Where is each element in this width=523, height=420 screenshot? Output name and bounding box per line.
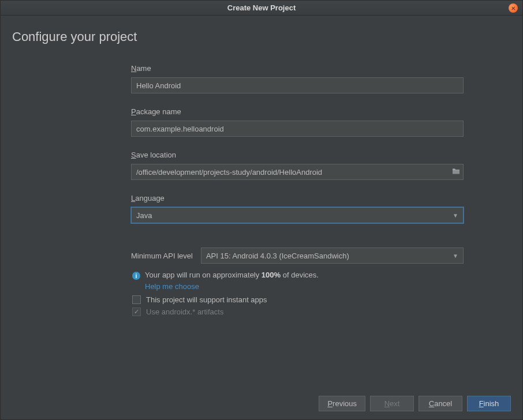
location-label: Save location: [131, 151, 464, 159]
next-button: Next: [370, 396, 414, 411]
page-title: Configure your project: [12, 29, 511, 44]
package-input[interactable]: [131, 121, 464, 137]
api-select[interactable]: API 15: Android 4.0.3 (IceCreamSandwich)…: [201, 247, 464, 264]
dialog-window: Create New Project ✕ Configure your proj…: [0, 0, 523, 420]
field-location: Save location: [131, 151, 464, 180]
instant-apps-checkbox[interactable]: [132, 295, 141, 304]
api-row: Minimum API level API 15: Android 4.0.3 …: [131, 247, 464, 264]
api-label: Minimum API level: [131, 252, 193, 260]
androidx-label: Use androidx.* artifacts: [146, 308, 223, 316]
device-info-text: Your app will run on approximately 100% …: [145, 271, 319, 279]
close-icon: ✕: [511, 5, 515, 12]
instant-apps-row: This project will support instant apps: [131, 295, 464, 304]
close-button[interactable]: ✕: [509, 3, 518, 13]
help-me-choose-link[interactable]: Help me choose: [145, 282, 199, 291]
device-info-row: i Your app will run on approximately 100…: [131, 271, 464, 280]
field-language: Language Java ▼: [131, 194, 464, 223]
language-select[interactable]: Java ▼: [131, 207, 464, 223]
finish-button[interactable]: Finish: [467, 396, 511, 411]
browse-folder-icon[interactable]: [452, 168, 460, 177]
cancel-button[interactable]: Cancel: [419, 396, 462, 411]
field-package: Package name: [131, 107, 464, 137]
package-label: Package name: [131, 107, 464, 116]
instant-apps-label: This project will support instant apps: [146, 295, 267, 304]
window-title: Create New Project: [227, 3, 296, 12]
field-name: Name: [131, 64, 464, 93]
language-value: Java: [136, 211, 152, 220]
name-label: Name: [131, 64, 464, 73]
chevron-down-icon: ▼: [453, 253, 458, 259]
androidx-row: Use androidx.* artifacts: [131, 308, 464, 316]
location-input[interactable]: [131, 164, 464, 180]
chevron-down-icon: ▼: [453, 212, 458, 219]
info-icon: i: [132, 272, 140, 280]
titlebar: Create New Project ✕: [1, 1, 522, 16]
form-area: Name Package name Save location Language: [131, 64, 464, 320]
dialog-footer: Previous Next Cancel Finish: [1, 389, 522, 419]
language-label: Language: [131, 194, 464, 202]
api-value: API 15: Android 4.0.3 (IceCreamSandwich): [206, 252, 349, 260]
previous-button[interactable]: Previous: [319, 396, 365, 411]
name-input[interactable]: [131, 77, 464, 93]
androidx-checkbox: [132, 308, 141, 316]
dialog-content: Configure your project Name Package name…: [1, 16, 522, 389]
